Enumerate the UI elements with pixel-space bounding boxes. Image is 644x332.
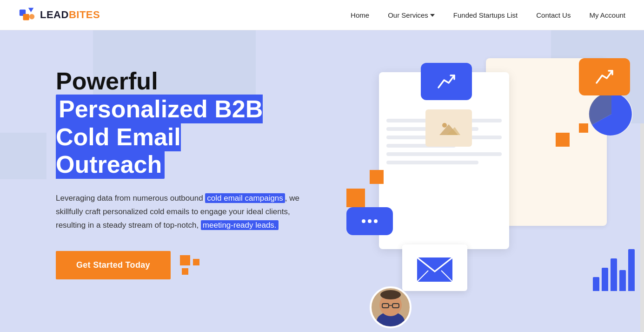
orange-square-4: [579, 123, 588, 133]
hero-illustration: [342, 58, 644, 332]
deco-square-1: [180, 255, 190, 265]
chat-dot-3: [374, 219, 378, 223]
arrow-up-orange-icon: [593, 65, 616, 88]
hero-highlight-leads: meeting-ready leads.: [201, 220, 279, 230]
hero-title-plain: Powerful: [56, 68, 158, 95]
envelope-icon: [416, 254, 453, 282]
bar-1: [593, 277, 599, 291]
svg-point-3: [29, 14, 34, 19]
svg-point-5: [442, 123, 447, 128]
chart-bubble-orange: [579, 58, 630, 95]
hero-desc-part1: Leveraging data from numerous outbound: [56, 194, 203, 203]
logo[interactable]: LEADBITES: [19, 6, 100, 24]
nav-home[interactable]: Home: [351, 11, 369, 19]
chart-bubble-blue: [421, 63, 472, 100]
nav-contact[interactable]: Contact Us: [536, 11, 571, 19]
envelope-card: [402, 244, 467, 291]
pie-chart: [588, 91, 635, 137]
logo-text: LEADBITES: [40, 9, 100, 21]
bar-4: [619, 270, 626, 291]
svg-rect-1: [23, 14, 29, 20]
svg-point-14: [380, 290, 401, 299]
bar-2: [602, 268, 608, 291]
illustration-container: [342, 58, 644, 332]
nav-account[interactable]: My Account: [589, 11, 625, 19]
nav-services[interactable]: Our Services: [388, 11, 435, 19]
person-icon: [372, 286, 409, 328]
chat-dot-2: [368, 219, 372, 223]
nav-services-link[interactable]: Our Services: [388, 11, 428, 19]
chevron-down-icon: [430, 14, 435, 17]
bar-5: [628, 249, 635, 291]
main-nav: Home Our Services Funded Startups List C…: [351, 11, 625, 19]
bar-3: [611, 258, 617, 291]
hero-title-highlight: Personalized B2B Cold EmailOutreach: [56, 95, 263, 179]
chat-dot-1: [362, 219, 365, 223]
doc-line-6: [386, 161, 478, 164]
logo-icon: [19, 6, 36, 24]
hero-highlight-cold-email: cold email campaigns: [205, 193, 285, 203]
deco-square-2: [193, 259, 199, 265]
nav-funded[interactable]: Funded Startups List: [453, 11, 518, 19]
hero-section: Powerful Personalized B2B Cold EmailOutr…: [0, 30, 644, 332]
orange-square-1: [346, 189, 365, 207]
doc-line-5: [386, 152, 502, 156]
header: LEADBITES Home Our Services Funded Start…: [0, 0, 644, 30]
orange-square-3: [556, 133, 570, 147]
arrow-up-chart-icon: [435, 70, 458, 93]
doc-image-placeholder: [425, 109, 472, 147]
cta-area: Get Started Today: [56, 251, 316, 279]
avatar: [370, 286, 412, 328]
bar-chart: [593, 244, 635, 291]
deco-squares-top: [180, 255, 199, 265]
hero-title: Powerful Personalized B2B Cold EmailOutr…: [56, 68, 316, 179]
image-icon: [437, 119, 460, 137]
orange-square-2: [370, 170, 384, 184]
cta-decoration: [180, 255, 199, 275]
get-started-button[interactable]: Get Started Today: [56, 251, 171, 279]
deco-square-3: [182, 268, 188, 275]
pie-chart-icon: [588, 91, 635, 137]
hero-description: Leveraging data from numerous outbound c…: [56, 192, 316, 232]
svg-marker-2: [28, 8, 33, 13]
hero-content: Powerful Personalized B2B Cold EmailOutr…: [0, 68, 316, 279]
chat-bubble: [346, 207, 393, 235]
